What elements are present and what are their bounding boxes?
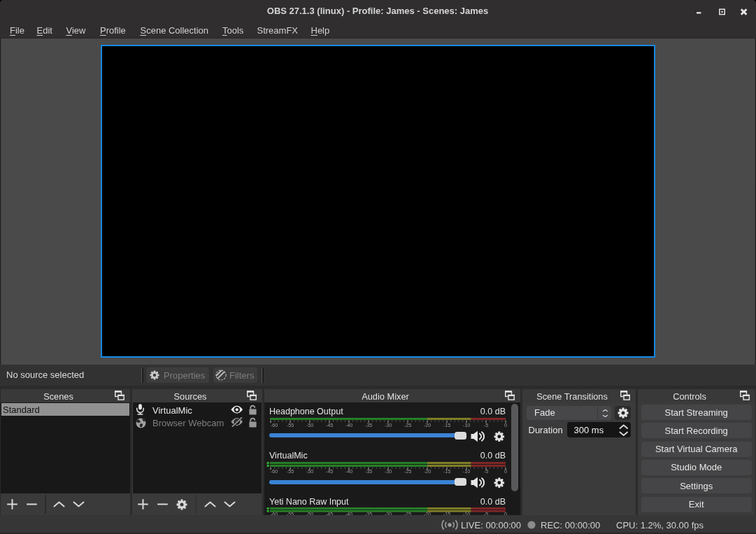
svg-text:-45: -45 bbox=[326, 468, 333, 475]
svg-text:-55: -55 bbox=[287, 468, 294, 475]
svg-text:-5: -5 bbox=[484, 422, 488, 428]
svg-text:-15: -15 bbox=[443, 422, 450, 428]
svg-text:-30: -30 bbox=[385, 468, 392, 475]
svg-text:-5: -5 bbox=[484, 468, 488, 475]
svg-text:-50: -50 bbox=[306, 422, 313, 428]
svg-text:-20: -20 bbox=[424, 422, 431, 428]
svg-text:-60: -60 bbox=[271, 422, 278, 428]
svg-text:-60: -60 bbox=[271, 468, 278, 475]
svg-text:-20: -20 bbox=[424, 468, 431, 475]
svg-text:-25: -25 bbox=[404, 422, 411, 428]
svg-text:0: 0 bbox=[504, 468, 507, 475]
svg-text:-25: -25 bbox=[404, 468, 411, 475]
svg-text:-40: -40 bbox=[345, 468, 352, 475]
svg-text:-10: -10 bbox=[463, 422, 470, 428]
svg-text:-30: -30 bbox=[385, 422, 392, 428]
svg-text:-45: -45 bbox=[326, 422, 333, 428]
svg-text:-55: -55 bbox=[287, 422, 294, 428]
svg-text:-15: -15 bbox=[443, 468, 450, 475]
svg-text:-50: -50 bbox=[306, 468, 313, 475]
svg-text:-35: -35 bbox=[365, 422, 372, 428]
svg-text:0: 0 bbox=[504, 422, 507, 428]
svg-text:-35: -35 bbox=[365, 468, 372, 475]
svg-text:-10: -10 bbox=[463, 468, 470, 475]
svg-text:-40: -40 bbox=[345, 422, 352, 428]
